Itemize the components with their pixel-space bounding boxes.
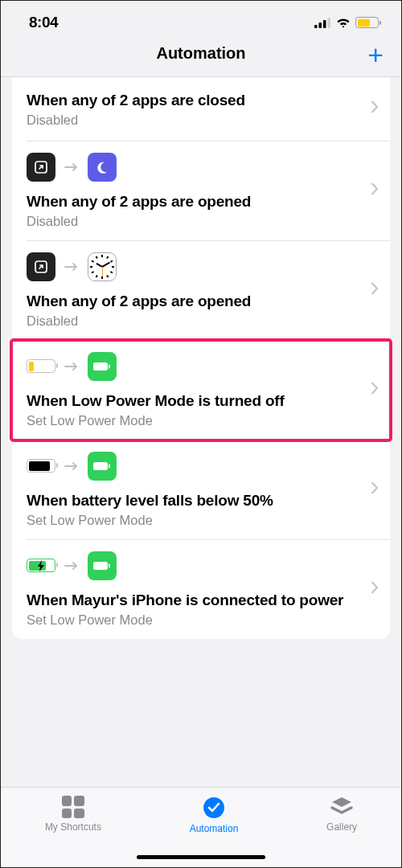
battery-charging-icon [27, 559, 55, 572]
svg-rect-11 [109, 563, 110, 567]
page-title: Automation [156, 44, 245, 63]
cellular-icon [314, 18, 331, 28]
tab-label: My Shortcuts [45, 821, 101, 833]
item-subtitle: Set Low Power Mode [27, 413, 375, 428]
svg-rect-2 [323, 20, 326, 28]
chevron-right-icon [371, 283, 379, 298]
item-title: When any of 2 apps are closed [27, 92, 359, 109]
battery-full-icon [88, 352, 117, 381]
shortcuts-icon [27, 252, 55, 281]
item-subtitle: Set Low Power Mode [27, 513, 375, 528]
status-icons [314, 17, 381, 28]
status-time: 8:04 [29, 14, 58, 31]
battery-full-icon [88, 551, 117, 580]
chevron-right-icon [371, 101, 379, 117]
chevron-right-icon [371, 582, 379, 597]
low-battery-icon [27, 359, 55, 373]
shortcuts-icon [27, 153, 55, 182]
item-subtitle: Set Low Power Mode [27, 612, 375, 628]
item-title: When battery level falls below 50% [27, 492, 359, 510]
tab-automation[interactable]: Automation [190, 796, 239, 834]
svg-rect-1 [319, 23, 322, 28]
item-title: When Mayur's iPhone is connected to powe… [27, 592, 359, 609]
grid-icon [62, 796, 84, 818]
item-subtitle: Disabled [27, 113, 375, 128]
item-title: When any of 2 apps are opened [27, 293, 359, 310]
item-title: When any of 2 apps are opened [27, 193, 359, 211]
tab-my-shortcuts[interactable]: My Shortcuts [45, 796, 101, 833]
chevron-right-icon [371, 183, 379, 199]
automation-item[interactable]: When any of 2 apps are closed Disabled [12, 77, 390, 141]
automation-item[interactable]: When Mayur's iPhone is connected to powe… [12, 540, 390, 639]
chevron-right-icon [371, 383, 379, 398]
add-button[interactable]: + [367, 46, 384, 65]
arrow-right-icon [64, 162, 80, 172]
item-title: When Low Power Mode is turned off [27, 392, 359, 410]
layers-icon [330, 796, 354, 818]
svg-rect-6 [93, 362, 108, 371]
arrow-right-icon [64, 262, 80, 272]
status-bar: 8:04 [1, 1, 401, 38]
clock-icon [88, 252, 117, 281]
nav-bar: Automation + [1, 38, 401, 77]
svg-rect-9 [109, 464, 110, 468]
battery-half-icon [27, 459, 55, 473]
svg-rect-8 [93, 462, 108, 470]
automation-item-highlighted[interactable]: When Low Power Mode is turned off Set Lo… [12, 341, 390, 440]
arrow-right-icon [64, 461, 80, 471]
wifi-icon [335, 17, 351, 28]
svg-rect-0 [314, 25, 318, 28]
automation-item[interactable]: When any of 2 apps are opened Disabled [12, 241, 390, 340]
item-subtitle: Disabled [27, 313, 375, 329]
moon-icon [88, 153, 117, 182]
automation-list: When any of 2 apps are closed Disabled W… [12, 77, 390, 639]
automation-item[interactable]: When any of 2 apps are opened Disabled [12, 141, 390, 240]
tab-label: Gallery [326, 821, 357, 833]
tab-gallery[interactable]: Gallery [326, 796, 357, 833]
checkmark-circle-icon [202, 796, 226, 820]
arrow-right-icon [64, 561, 80, 571]
svg-rect-7 [109, 364, 110, 368]
battery-icon [355, 17, 381, 28]
svg-rect-10 [93, 562, 108, 570]
battery-full-icon [88, 452, 117, 481]
chevron-right-icon [371, 482, 379, 497]
item-subtitle: Disabled [27, 214, 375, 229]
arrow-right-icon [64, 362, 80, 371]
tab-label: Automation [190, 823, 239, 834]
home-indicator[interactable] [137, 855, 265, 859]
svg-rect-3 [328, 18, 331, 28]
automation-item[interactable]: When battery level falls below 50% Set L… [12, 440, 390, 539]
